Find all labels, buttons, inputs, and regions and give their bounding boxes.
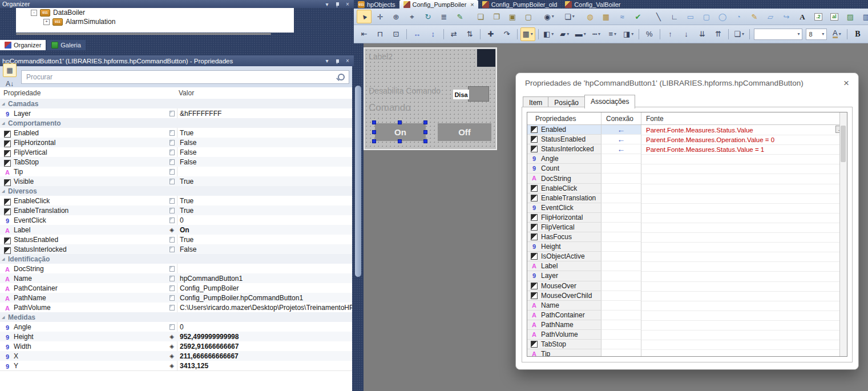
- canvas-desabilita-label[interactable]: Desabilita Comando: [369, 86, 441, 95]
- document-tab-config_pumpboiler[interactable]: Config_PumpBoiler×: [399, 0, 478, 9]
- font-family-combo[interactable]: ▾: [754, 29, 803, 40]
- property-row[interactable]: APathContainerConfig_PumpBoiler: [0, 283, 352, 293]
- association-row[interactable]: AName: [527, 301, 847, 311]
- select-mode-icon[interactable]: ❏▾: [562, 10, 577, 23]
- dialog-scrollbar-thumb[interactable]: [841, 126, 846, 162]
- association-fonte-cell[interactable]: [641, 203, 847, 213]
- association-fonte-cell[interactable]: [641, 291, 847, 301]
- send-backward-icon[interactable]: ▢: [521, 10, 536, 23]
- disa-toggle-box[interactable]: [468, 86, 489, 102]
- property-category[interactable]: ◢Comportamento: [0, 118, 352, 128]
- workspace-splitter[interactable]: [355, 86, 361, 277]
- property-category[interactable]: ◢Medidas: [0, 312, 352, 322]
- disa-button[interactable]: Disa: [453, 90, 469, 99]
- property-value[interactable]: 3413,125: [178, 362, 352, 370]
- dialog-scrollbar[interactable]: [839, 124, 847, 356]
- panel-tab-organizer[interactable]: Organizer: [0, 40, 46, 50]
- property-row[interactable]: ADocString: [0, 264, 352, 273]
- association-row[interactable]: FlipHorizontal: [527, 213, 847, 223]
- association-row[interactable]: Enabled←Parent.Fonte.Measures.Status.Val…: [527, 125, 847, 135]
- property-row[interactable]: ANamehpCommandButton1: [0, 273, 352, 283]
- association-fonte-cell[interactable]: [641, 340, 847, 350]
- grid-toggle-icon[interactable]: ▦▾: [520, 27, 535, 41]
- property-value[interactable]: Config_PumpBoiler: [178, 284, 352, 292]
- property-row[interactable]: 9Height◈952,499999999998: [0, 332, 352, 341]
- brush-color-icon[interactable]: ▰▾: [557, 27, 572, 41]
- property-value[interactable]: False: [178, 139, 352, 147]
- association-fonte-cell[interactable]: Parent.Fonte.Measures.Status.Value = 1: [641, 144, 847, 155]
- association-row[interactable]: ALabel: [527, 261, 847, 271]
- association-row[interactable]: APathVolume: [527, 330, 847, 340]
- property-value[interactable]: False: [178, 158, 352, 166]
- rotate-tool-icon[interactable]: ↻: [421, 10, 435, 23]
- dialog-close-icon[interactable]: ×: [843, 78, 849, 89]
- association-fonte-cell[interactable]: [641, 232, 847, 243]
- association-fonte-cell[interactable]: Parent.Fonte.Measures.Operation.Value = …: [641, 135, 847, 145]
- association-fonte-cell[interactable]: [641, 213, 847, 223]
- association-row[interactable]: StatusInterlocked←Parent.Fonte.Measures.…: [527, 144, 847, 154]
- tab-close-icon[interactable]: ×: [470, 1, 474, 8]
- association-fonte-cell[interactable]: [641, 281, 847, 292]
- chevron-down-icon[interactable]: ▾: [323, 1, 331, 7]
- association-row[interactable]: APathContainer: [527, 311, 847, 320]
- ellipse-tool-icon[interactable]: ◯: [715, 10, 730, 23]
- size-decrease-icon[interactable]: ↓: [679, 27, 693, 41]
- trend-object-icon[interactable]: ≈: [615, 10, 629, 23]
- property-value[interactable]: hpCommandButton1: [178, 275, 352, 283]
- search-input[interactable]: [21, 70, 349, 84]
- dialog-tab-associações[interactable]: Associações: [584, 95, 635, 108]
- canvas-comando-label[interactable]: Comando: [369, 102, 411, 114]
- association-row[interactable]: TabStop: [527, 340, 847, 349]
- association-row[interactable]: HasFocus: [527, 232, 847, 242]
- property-value[interactable]: 0: [178, 216, 352, 224]
- bring-forward-icon[interactable]: ▣: [505, 10, 520, 23]
- property-row[interactable]: 9Angle0: [0, 322, 352, 332]
- property-value[interactable]: 211,666666666667: [178, 352, 352, 360]
- arc-tool-icon[interactable]: ◔: [731, 10, 746, 23]
- transparency-icon[interactable]: %: [642, 27, 657, 41]
- property-row[interactable]: 9Width◈2592,91666666667: [0, 341, 352, 351]
- bring-to-front-icon[interactable]: ❏: [473, 10, 488, 23]
- property-value[interactable]: Config_PumpBoiler.hpCommandButton1: [178, 294, 352, 302]
- pan-tool-icon[interactable]: ✛: [373, 10, 387, 23]
- association-row[interactable]: 9Count: [527, 164, 847, 174]
- selection-handle[interactable]: [398, 139, 402, 143]
- selection-handle[interactable]: [372, 139, 376, 143]
- property-value[interactable]: True: [178, 197, 352, 205]
- property-row[interactable]: StatusInterlockedFalse: [0, 244, 352, 254]
- center-vertical-icon[interactable]: ↕: [426, 27, 441, 41]
- organizer-scrollbar[interactable]: [16, 33, 271, 35]
- property-category[interactable]: ◢Camadas: [0, 99, 352, 108]
- association-row[interactable]: 9EventClick: [527, 203, 847, 213]
- move-back-icon[interactable]: ⇊: [695, 27, 709, 41]
- number-display-icon[interactable]: .2: [811, 10, 826, 23]
- association-row[interactable]: EnableTranslation: [527, 194, 847, 203]
- pencil-tool-icon[interactable]: ✎: [747, 10, 762, 23]
- selection-handle[interactable]: [423, 130, 427, 134]
- association-fonte-cell[interactable]: [641, 271, 847, 281]
- property-row[interactable]: 9Y◈3413,125: [0, 361, 352, 370]
- text-tool-icon[interactable]: A: [795, 10, 810, 23]
- document-tab-config_pumpboiler_old[interactable]: Config_PumpBoiler_old: [478, 0, 562, 9]
- property-value[interactable]: &hFFFFFFFF: [178, 110, 352, 118]
- property-row[interactable]: VisibleTrue: [0, 176, 352, 186]
- space-across-icon[interactable]: ⇄: [446, 27, 461, 41]
- property-row[interactable]: ALabel◈On: [0, 225, 352, 235]
- association-row[interactable]: EnableClick: [527, 184, 847, 194]
- association-fonte-cell[interactable]: [641, 311, 847, 321]
- polyline-tool-icon[interactable]: ∟: [667, 10, 682, 23]
- selection-handle[interactable]: [372, 120, 376, 124]
- association-fonte-cell[interactable]: [641, 261, 847, 272]
- property-row[interactable]: 9EventClick0: [0, 215, 352, 225]
- property-row[interactable]: FlipHorizontalFalse: [0, 138, 352, 147]
- line-color-icon[interactable]: ▬▾: [573, 27, 588, 41]
- pin-icon[interactable]: [333, 1, 341, 7]
- association-row[interactable]: StatusEnabled←Parent.Fonte.Measures.Oper…: [527, 135, 847, 144]
- association-row[interactable]: ADocString: [527, 174, 847, 183]
- select-tool-icon[interactable]: ▲: [357, 10, 372, 23]
- align-left-icon[interactable]: ⇤: [357, 27, 372, 41]
- close-icon[interactable]: ×: [344, 58, 352, 64]
- chevron-down-icon[interactable]: ▾: [323, 58, 331, 64]
- tree-item[interactable]: -011DataBoiler: [16, 8, 294, 17]
- association-row[interactable]: 9Height: [527, 242, 847, 252]
